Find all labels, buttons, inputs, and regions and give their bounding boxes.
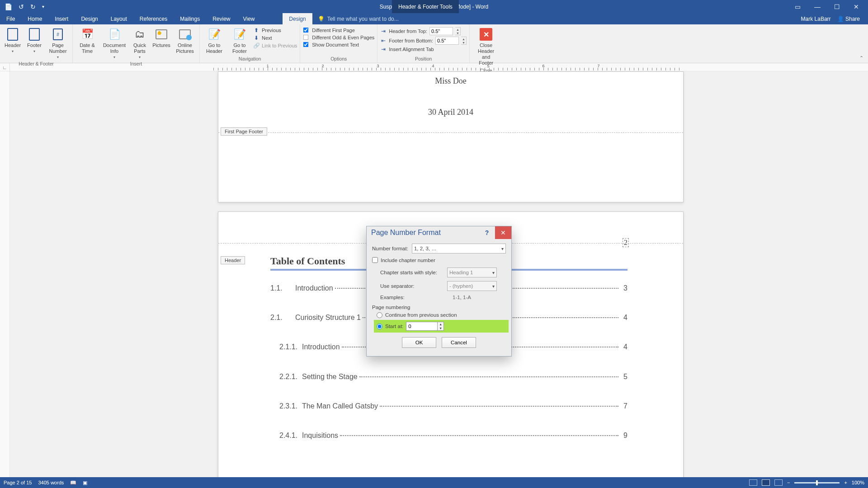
link-icon: 🔗 xyxy=(253,42,259,49)
customize-qat-icon[interactable]: ▾ xyxy=(42,4,44,9)
toc-page: 5 xyxy=(620,373,627,381)
cancel-button[interactable]: Cancel xyxy=(442,337,476,348)
examples-label: Examples: xyxy=(380,295,448,300)
dialog-title-bar[interactable]: Page Number Format ? ✕ xyxy=(367,226,511,239)
tell-me-search[interactable]: 💡 Tell me what you want to do... xyxy=(312,13,399,24)
toc-row: 2.2.1.Setting the Stage5 xyxy=(270,373,627,381)
first-page-footer-tag: First Page Footer xyxy=(221,127,267,136)
show-document-text-checkbox[interactable]: Show Document Text xyxy=(303,42,374,47)
redo-icon[interactable]: ↻ xyxy=(30,3,36,10)
tab-file[interactable]: File xyxy=(0,13,21,24)
number-format-select[interactable]: 1, 2, 3, …▾ xyxy=(412,244,506,253)
previous-button[interactable]: ⬆Previous xyxy=(253,27,297,33)
spin-up-icon[interactable]: ▲ xyxy=(455,28,460,31)
header-line-2[interactable]: 30 April 2014 xyxy=(218,108,683,117)
pictures-button[interactable]: Pictures xyxy=(151,26,171,49)
ok-button[interactable]: OK xyxy=(402,337,436,348)
toc-num: 1.1. xyxy=(270,284,295,292)
web-layout-icon[interactable] xyxy=(774,479,783,486)
undo-icon[interactable]: ↺ xyxy=(19,3,24,10)
header-from-top-input[interactable] xyxy=(429,27,453,35)
different-odd-even-checkbox[interactable]: Different Odd & Even Pages xyxy=(303,34,374,40)
tab-mailings[interactable]: Mailings xyxy=(174,13,206,24)
header-line-1[interactable]: Miss Doe xyxy=(218,76,683,86)
next-button[interactable]: ⬇Next xyxy=(253,35,297,41)
toc-page: 4 xyxy=(620,314,627,322)
zoom-out-icon[interactable]: − xyxy=(787,480,790,485)
horizontal-ruler[interactable]: 1 2 3 4 5 6 7 xyxy=(213,63,684,71)
spin-up-icon[interactable]: ▲ xyxy=(461,37,466,41)
toc-page: 7 xyxy=(620,402,627,410)
page-numbering-label: Page numbering xyxy=(372,305,506,310)
footer-button[interactable]: Footer ▾ xyxy=(24,26,44,54)
word-count[interactable]: 3405 words xyxy=(38,480,64,485)
dialog-close-button[interactable]: ✕ xyxy=(495,226,511,239)
insert-alignment-tab-button[interactable]: ⇥Insert Alignment Tab xyxy=(380,46,467,52)
zoom-level[interactable]: 100% xyxy=(852,480,864,485)
tab-home[interactable]: Home xyxy=(21,13,48,24)
header-button[interactable]: Header ▾ xyxy=(3,26,23,54)
share-button[interactable]: 👤 Share xyxy=(837,16,860,22)
spin-down-icon[interactable]: ▼ xyxy=(438,326,443,330)
toc-dots xyxy=(380,406,618,407)
link-to-previous-button[interactable]: 🔗Link to Previous xyxy=(253,42,297,49)
goto-footer-button[interactable]: 📝 Go to Footer xyxy=(228,26,251,55)
quick-parts-button[interactable]: 🗂 Quick Parts ▾ xyxy=(130,26,150,60)
spell-check-icon[interactable]: 📖 xyxy=(70,480,76,486)
toc-row: 2.4.1.Inquisitions9 xyxy=(270,432,627,440)
ribbon-display-options-icon[interactable]: ▭ xyxy=(795,3,801,10)
close-window-icon[interactable]: ✕ xyxy=(854,3,859,10)
tab-design-context[interactable]: Design xyxy=(283,13,312,24)
tab-insert[interactable]: Insert xyxy=(48,13,75,24)
ruler-corner[interactable]: ∟ xyxy=(0,63,10,71)
macro-icon[interactable]: ▣ xyxy=(83,480,87,486)
zoom-in-icon[interactable]: + xyxy=(844,480,847,485)
toc-num: 2.3.1. xyxy=(270,402,302,410)
toc-page: 4 xyxy=(620,343,627,351)
continue-radio[interactable]: Continue from previous section xyxy=(377,312,506,318)
tab-view[interactable]: View xyxy=(237,13,261,24)
vertical-ruler[interactable] xyxy=(0,71,10,477)
page-count[interactable]: Page 2 of 15 xyxy=(4,480,32,485)
toc-row: 2.3.1.The Man Called Gatsby7 xyxy=(270,402,627,410)
footer-from-bottom-row: ⇤ Footer from Bottom: ▲▼ xyxy=(380,37,467,45)
different-first-page-checkbox[interactable]: Different First Page xyxy=(303,27,374,33)
goto-header-button[interactable]: 📝 Go to Header xyxy=(203,26,226,55)
toc-num: 2.2.1. xyxy=(270,373,302,381)
read-mode-icon[interactable] xyxy=(749,479,757,486)
window-controls: ▭ ― ☐ ✕ xyxy=(795,3,868,10)
close-header-footer-button[interactable]: ✕ Close Header and Footer xyxy=(472,26,500,67)
tab-review[interactable]: Review xyxy=(206,13,236,24)
ribbon: Header ▾ Footer ▾ # Page Number ▾ Header… xyxy=(0,24,868,63)
zoom-slider[interactable] xyxy=(794,482,840,483)
dialog-help-button[interactable]: ? xyxy=(479,226,495,239)
page-number-button[interactable]: # Page Number ▾ xyxy=(46,26,70,60)
spin-down-icon[interactable]: ▼ xyxy=(455,31,460,35)
document-info-button[interactable]: 📄 Document Info ▾ xyxy=(101,26,128,60)
spin-up-icon[interactable]: ▲ xyxy=(438,322,443,326)
previous-icon: ⬆ xyxy=(253,27,259,33)
tab-references[interactable]: References xyxy=(133,13,174,24)
user-name[interactable]: Mark LaBarr xyxy=(801,16,831,22)
spin-down-icon[interactable]: ▼ xyxy=(461,41,466,44)
footer-from-bottom-input[interactable] xyxy=(435,37,459,45)
print-layout-icon[interactable] xyxy=(762,479,770,486)
page-number-field[interactable]: 2 xyxy=(623,238,629,247)
toc-text: Introduction xyxy=(302,343,340,351)
tab-design[interactable]: Design xyxy=(75,13,104,24)
tab-layout[interactable]: Layout xyxy=(104,13,133,24)
save-icon[interactable]: 📄 xyxy=(5,3,12,10)
include-chapter-checkbox[interactable]: Include chapter number xyxy=(372,257,506,263)
dialog-title: Page Number Format xyxy=(371,229,441,237)
collapse-ribbon-icon[interactable]: ⌃ xyxy=(859,55,863,61)
start-at-input[interactable] xyxy=(406,322,438,331)
group-header-footer: Header ▾ Footer ▾ # Page Number ▾ Header… xyxy=(0,24,73,63)
date-time-button[interactable]: 📅 Date & Time xyxy=(75,26,99,55)
start-at-radio[interactable]: Start at: xyxy=(377,323,403,329)
minimize-icon[interactable]: ― xyxy=(814,3,821,10)
online-pictures-button[interactable]: Online Pictures xyxy=(173,26,197,55)
maximize-icon[interactable]: ☐ xyxy=(834,3,840,10)
toc-dots xyxy=(340,435,618,436)
header-from-top-row: ⇥ Header from Top: ▲▼ xyxy=(380,27,467,35)
toc-text: The Man Called Gatsby xyxy=(302,402,378,410)
